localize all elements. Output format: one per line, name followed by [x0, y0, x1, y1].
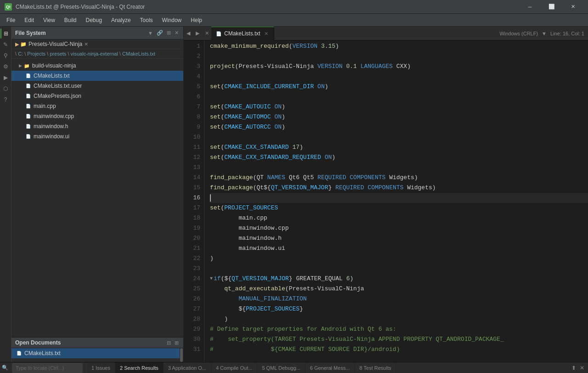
- bottom-tab-test-results[interactable]: 8 Test Results: [355, 362, 396, 373]
- bottom-tab-search-results[interactable]: 2 Search Results: [115, 362, 164, 373]
- sidebar-search-icon[interactable]: ⚲: [0, 51, 11, 61]
- line-10: 10: [184, 132, 200, 142]
- line-15: 15: [184, 183, 200, 193]
- bottom-expand-icon[interactable]: ⬆: [570, 364, 578, 372]
- menu-window[interactable]: Window: [158, 15, 187, 25]
- tab-cmakelists[interactable]: 📄 CMakeLists.txt ✕: [211, 27, 274, 40]
- line-12: 12: [184, 153, 200, 163]
- sidebar-run-icon[interactable]: ▶: [0, 73, 11, 83]
- line-28: 28: [184, 314, 200, 324]
- minimize-button[interactable]: ─: [520, 0, 540, 14]
- code-line-27: ${PROJECT_SOURCES}: [210, 304, 588, 314]
- tab-nav-forward[interactable]: ▶: [193, 27, 202, 40]
- breadcrumb: \ C: \ Projects \ presets \ visualc-ninj…: [11, 49, 183, 59]
- bottom-tab-qml-debug[interactable]: 5 QML Debugg...: [257, 362, 305, 373]
- tree-item-cmakepresets[interactable]: 📄 CMakePresets.json: [11, 91, 183, 101]
- expand-action[interactable]: ⊞: [166, 29, 172, 37]
- tree-item-cmakelists[interactable]: 📄 CMakeLists.txt: [11, 71, 183, 81]
- open-docs-scrollbar-thumb[interactable]: [180, 348, 183, 362]
- filter-action[interactable]: ▼: [147, 29, 154, 37]
- cmake-icon-cmakelistsuser: 📄: [24, 82, 32, 90]
- code-line-29: # Define target properties for Android w…: [210, 324, 588, 334]
- collapse-24[interactable]: ▼: [210, 274, 213, 284]
- menu-bar: File Edit View Build Debug Analyze Tools…: [0, 14, 588, 27]
- project-header: ▶ 📁 Presets-VisualC-Ninja ✕: [11, 40, 183, 49]
- breadcrumb-projects[interactable]: Projects: [27, 51, 45, 57]
- line-13: 13: [184, 163, 200, 173]
- line-30: 30: [184, 334, 200, 345]
- sidebar-edit-icon[interactable]: ✎: [0, 40, 11, 50]
- link-action[interactable]: 🔗: [156, 29, 164, 37]
- menu-edit[interactable]: Edit: [20, 15, 39, 25]
- tab-nav-close[interactable]: ✕: [202, 27, 211, 40]
- file-panel-header: File System ▼ 🔗 ⊞ ✕: [11, 27, 183, 40]
- breadcrumb-c[interactable]: C:: [18, 51, 23, 57]
- locate-input[interactable]: [12, 363, 83, 373]
- close-panel-action[interactable]: ✕: [174, 29, 180, 37]
- open-docs-item-cmakelists[interactable]: 📄 CMakeLists.txt: [11, 348, 180, 358]
- file-panel: File System ▼ 🔗 ⊞ ✕ ▶ 📁 Presets-VisualC-…: [11, 27, 184, 362]
- h-icon-mainwindowh: 📄: [24, 123, 32, 130]
- tree-item-maincpp[interactable]: 📄 main.cpp: [11, 101, 183, 111]
- line-6: 6: [184, 92, 200, 102]
- code-area[interactable]: cmake_minimum_required(VERSION 3.15) pro…: [204, 40, 588, 362]
- maximize-button[interactable]: ⬜: [541, 0, 562, 14]
- menu-tools[interactable]: Tools: [136, 15, 158, 25]
- menu-view[interactable]: View: [39, 15, 60, 25]
- tree-item-label-cmakepresets: CMakePresets.json: [34, 93, 81, 99]
- line-14: 14: [184, 173, 200, 183]
- open-docs-item-label: CMakeLists.txt: [24, 350, 61, 356]
- cmake-icon-cmakelists: 📄: [24, 72, 32, 79]
- tree-item-mainwindowh[interactable]: 📄 mainwindow.h: [11, 121, 183, 131]
- tree-item-mainwindowui[interactable]: 📄 mainwindow.ui: [11, 131, 183, 141]
- close-button[interactable]: ✕: [563, 0, 583, 14]
- sidebar-build-icon[interactable]: ⚙: [0, 62, 11, 72]
- menu-help[interactable]: Help: [186, 15, 207, 25]
- breadcrumb-external[interactable]: visualc-ninja-external: [71, 51, 118, 57]
- tab-bar-right: Windows (CRLF) ▼ Line: 16, Col: 1: [499, 31, 588, 36]
- code-line-16[interactable]: [210, 193, 588, 203]
- open-docs-expand[interactable]: ⊟: [166, 339, 172, 347]
- menu-build[interactable]: Build: [60, 15, 81, 25]
- project-close-icon[interactable]: ✕: [84, 41, 88, 47]
- sidebar-debug-icon[interactable]: ⬡: [0, 84, 11, 94]
- open-docs-scrollbar[interactable]: [180, 348, 183, 362]
- bottom-tab-compile-output[interactable]: 4 Compile Out...: [211, 362, 257, 373]
- menu-file[interactable]: File: [2, 15, 20, 25]
- tree-item-build-folder[interactable]: ▶ 📁 build-visualc-ninja: [11, 61, 183, 71]
- bottom-panel: 🔍 1 Issues 2 Search Results 3 Applicatio…: [0, 362, 588, 373]
- breadcrumb-presets[interactable]: presets: [50, 51, 66, 57]
- bottom-tab-app-output-label: 3 Application O...: [168, 365, 206, 371]
- sidebar-filesystem-icon[interactable]: ⊞: [0, 28, 11, 39]
- code-line-17: set(PROJECT_SOURCES: [210, 203, 588, 213]
- tree-item-cmakelistsuser[interactable]: 📄 CMakeLists.txt.user: [11, 81, 183, 91]
- bottom-tab-general-msgs-label: 6 General Mess...: [310, 365, 350, 371]
- tab-label: CMakeLists.txt: [224, 30, 260, 37]
- code-line-11: set(CMAKE_CXX_STANDARD 17): [210, 142, 588, 153]
- line-27: 27: [184, 304, 200, 314]
- code-line-7: set(CMAKE_AUTOUIC ON): [210, 102, 588, 112]
- bottom-tab-app-output[interactable]: 3 Application O...: [164, 362, 211, 373]
- bottom-tab-issues-label: 1 Issues: [91, 365, 110, 371]
- menu-debug[interactable]: Debug: [81, 15, 107, 25]
- code-line-26: MANUAL_FINALIZATION: [210, 294, 588, 304]
- menu-analyze[interactable]: Analyze: [107, 15, 136, 25]
- open-docs-fullscreen[interactable]: ⊞: [174, 339, 180, 347]
- bottom-tab-qml-debug-label: 5 QML Debugg...: [262, 365, 300, 371]
- tab-close-btn[interactable]: ✕: [263, 30, 269, 37]
- bottom-tab-issues[interactable]: 1 Issues: [87, 362, 115, 373]
- tab-nav-back[interactable]: ◀: [184, 27, 193, 40]
- app-icon: Qt: [5, 3, 12, 11]
- tree-item-mainwindowcpp[interactable]: 📄 mainwindow.cpp: [11, 111, 183, 121]
- json-icon-cmakepresets: 📄: [24, 92, 32, 100]
- tab-bar: ◀ ▶ ✕ 📄 CMakeLists.txt ✕ Windows (CRLF) …: [184, 27, 588, 40]
- line-31: 31: [184, 345, 200, 355]
- cpp-icon-maincpp: 📄: [24, 102, 32, 110]
- project-folder-icon: ▶ 📁: [15, 41, 27, 47]
- bottom-close-icon[interactable]: ✕: [578, 364, 586, 372]
- code-line-25: qt_add_executable(Presets-VisualC-Ninja: [210, 284, 588, 294]
- line-24: 24: [184, 274, 200, 284]
- bottom-tab-search-results-label: 2 Search Results: [120, 365, 158, 371]
- bottom-tab-general-msgs[interactable]: 6 General Mess...: [305, 362, 355, 373]
- sidebar-help-icon[interactable]: ?: [0, 95, 11, 105]
